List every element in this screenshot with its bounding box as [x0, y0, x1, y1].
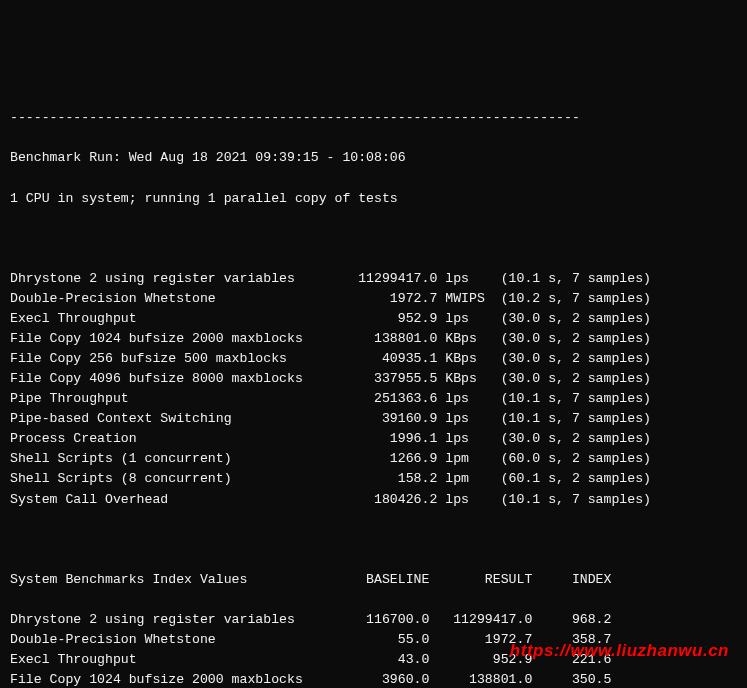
result-row: Shell Scripts (8 concurrent) 158.2 lpm (…	[10, 469, 737, 489]
blank-line	[10, 530, 737, 550]
result-row: Dhrystone 2 using register variables 112…	[10, 269, 737, 289]
blank-line	[10, 229, 737, 249]
result-row: File Copy 1024 bufsize 2000 maxblocks 13…	[10, 329, 737, 349]
result-row: System Call Overhead 180426.2 lps (10.1 …	[10, 490, 737, 510]
cpu-info: 1 CPU in system; running 1 parallel copy…	[10, 189, 737, 209]
results-block: Dhrystone 2 using register variables 112…	[10, 269, 737, 510]
result-row: File Copy 4096 bufsize 8000 maxblocks 33…	[10, 369, 737, 389]
result-row: Pipe Throughput 251363.6 lps (10.1 s, 7 …	[10, 389, 737, 409]
result-row: Shell Scripts (1 concurrent) 1266.9 lpm …	[10, 449, 737, 469]
terminal-output: ----------------------------------------…	[10, 88, 737, 688]
result-row: File Copy 256 bufsize 500 maxblocks 4093…	[10, 349, 737, 369]
result-row: Double-Precision Whetstone 1972.7 MWIPS …	[10, 289, 737, 309]
watermark: https://www.liuzhanwu.cn	[510, 638, 729, 664]
index-header-row: System Benchmarks Index Values BASELINE …	[10, 570, 737, 590]
result-row: Pipe-based Context Switching 39160.9 lps…	[10, 409, 737, 429]
index-row: Dhrystone 2 using register variables 116…	[10, 610, 737, 630]
result-row: Execl Throughput 952.9 lps (30.0 s, 2 sa…	[10, 309, 737, 329]
result-row: Process Creation 1996.1 lps (30.0 s, 2 s…	[10, 429, 737, 449]
divider-top: ----------------------------------------…	[10, 108, 737, 128]
index-row: File Copy 1024 bufsize 2000 maxblocks 39…	[10, 670, 737, 688]
benchmark-run-info: Benchmark Run: Wed Aug 18 2021 09:39:15 …	[10, 148, 737, 168]
